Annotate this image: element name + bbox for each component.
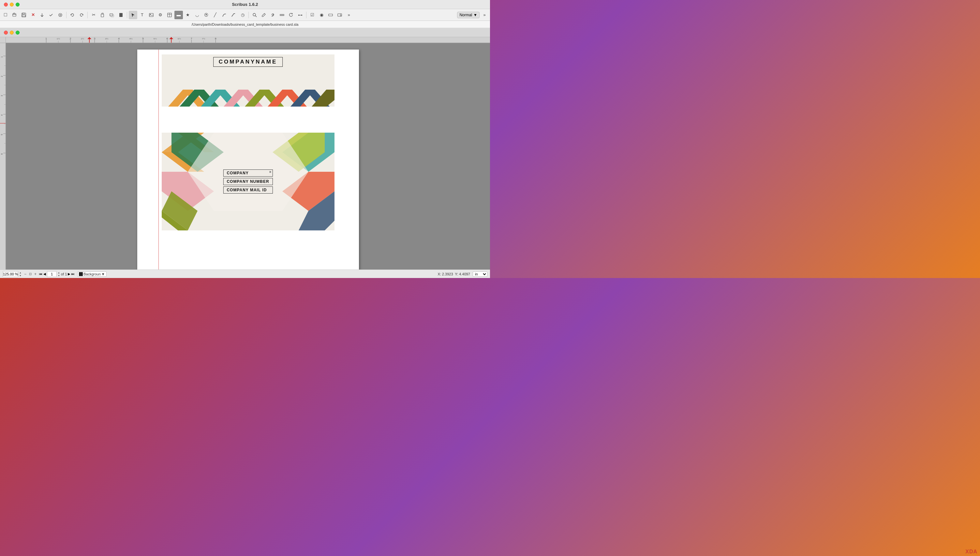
- field-tool-button[interactable]: [326, 11, 335, 19]
- page-up-arrow[interactable]: ▲: [58, 271, 60, 274]
- rect-tool-button[interactable]: ▬: [175, 11, 183, 19]
- combo-tool-button[interactable]: [335, 11, 344, 19]
- svg-rect-0: [13, 14, 16, 16]
- close-button[interactable]: [4, 3, 8, 6]
- measure-button[interactable]: [278, 11, 286, 19]
- title-bar: Scribus 1.6.2: [0, 0, 490, 9]
- page-last-button[interactable]: ⏭: [71, 272, 74, 276]
- svg-text:5: 5: [1, 134, 3, 135]
- table-tool-button[interactable]: [165, 11, 174, 19]
- minimize-button[interactable]: [10, 3, 14, 6]
- svg-text:4: 4: [118, 37, 120, 40]
- svg-text:8: 8: [215, 37, 217, 40]
- file-path: /Users/parth/Downloads/business_card_tem…: [192, 23, 299, 26]
- eyedropper-button[interactable]: [259, 11, 268, 19]
- zoom-tool-button[interactable]: [251, 11, 259, 19]
- view-mode-label: Normal: [459, 13, 472, 17]
- document-page: COMPANYNAME: [137, 50, 359, 270]
- text-tool-button[interactable]: T: [138, 11, 146, 19]
- layer-selector[interactable]: Backgroun ▼: [77, 272, 106, 277]
- preflight-button[interactable]: [47, 11, 55, 19]
- expand-right-button[interactable]: »: [480, 11, 489, 19]
- svg-rect-23: [298, 15, 299, 16]
- zoom-down-arrow[interactable]: ▼: [19, 274, 21, 277]
- export-button[interactable]: [38, 11, 46, 19]
- window-close-button[interactable]: [4, 31, 8, 34]
- svg-rect-26: [328, 14, 333, 16]
- ruler-corner: [0, 37, 6, 43]
- business-card-front: COMPANYNAME: [162, 55, 335, 107]
- rotate-button[interactable]: [287, 11, 295, 19]
- info-boxes: COMPANY ✕ COMPANY NUMBER COMPANY MAIL ID: [223, 170, 273, 194]
- freehand-tool-button[interactable]: [229, 11, 238, 19]
- maximize-button[interactable]: [16, 3, 19, 6]
- path-bar: /Users/parth/Downloads/business_card_tem…: [0, 21, 490, 28]
- page-down-arrow[interactable]: ▼: [58, 274, 60, 277]
- arc-tool-button[interactable]: ◡: [192, 11, 201, 19]
- line-tool-button[interactable]: ╱: [211, 11, 219, 19]
- page-next-button[interactable]: ▶: [68, 272, 70, 276]
- image-tool-button[interactable]: [147, 11, 155, 19]
- x-coord: X: 2.3923: [438, 272, 453, 276]
- radio-tool-button[interactable]: ◉: [317, 11, 326, 19]
- window-minimize-button[interactable]: [10, 31, 14, 34]
- zoom-in-button[interactable]: +: [34, 272, 37, 276]
- layer-color-swatch: [79, 272, 83, 276]
- zoom-control: ▲ ▼: [3, 271, 21, 277]
- checkbox-tool-button[interactable]: ☑: [308, 11, 317, 19]
- cut-button[interactable]: ✂: [89, 11, 98, 19]
- frame-button[interactable]: [108, 11, 116, 19]
- company-number-box[interactable]: COMPANY NUMBER: [223, 178, 273, 185]
- sep2: [87, 12, 88, 18]
- canvas[interactable]: COMPANYNAME: [6, 43, 490, 270]
- layer-arrow-icon: ▼: [101, 272, 105, 276]
- window-maximize-button[interactable]: [16, 31, 19, 34]
- page-prev-button[interactable]: ◀: [44, 272, 46, 276]
- svg-line-18: [255, 16, 257, 17]
- svg-text:4½: 4½: [129, 38, 133, 40]
- open-doc-button[interactable]: [10, 11, 19, 19]
- zoom-out-button[interactable]: −: [24, 272, 26, 276]
- polygon-tool-button[interactable]: ★: [184, 11, 192, 19]
- arrow-tool-button[interactable]: [129, 11, 137, 19]
- svg-point-17: [253, 13, 256, 16]
- zoom-up-arrow[interactable]: ▲: [19, 271, 21, 274]
- company-mail-box[interactable]: COMPANY MAIL ID: [223, 186, 273, 194]
- svg-text:2: 2: [70, 37, 71, 40]
- sep1: [66, 12, 66, 18]
- view-mode-select[interactable]: Normal ▼: [457, 12, 480, 18]
- expand-button[interactable]: »: [344, 11, 353, 19]
- bezier-tool-button[interactable]: [220, 11, 228, 19]
- page-first-button[interactable]: ⏮: [39, 272, 42, 276]
- spiral-tool-button[interactable]: ⦿: [202, 11, 210, 19]
- save-doc-button[interactable]: [19, 11, 28, 19]
- delete-button[interactable]: [117, 11, 125, 19]
- svg-text:3½: 3½: [105, 38, 108, 40]
- new-doc-button[interactable]: ☐: [1, 11, 10, 19]
- page-number-input[interactable]: [47, 271, 57, 277]
- unit-selector[interactable]: in mm cm pt px: [473, 272, 487, 277]
- company-name-text[interactable]: COMPANYNAME: [213, 57, 283, 67]
- sep4: [248, 12, 249, 18]
- svg-rect-12: [149, 13, 153, 17]
- chevron-pattern: [162, 80, 335, 107]
- svg-text:7: 7: [191, 37, 192, 40]
- svg-text:4: 4: [1, 115, 3, 116]
- link-button[interactable]: [268, 11, 277, 19]
- close-doc-button[interactable]: ✕: [29, 11, 37, 19]
- company-box[interactable]: COMPANY ✕: [223, 170, 273, 177]
- svg-rect-8: [102, 13, 103, 14]
- redo-button[interactable]: [77, 11, 86, 19]
- undo-button[interactable]: [68, 11, 77, 19]
- calligraph-tool-button[interactable]: ◷: [238, 11, 247, 19]
- horizontal-ruler: 1 1½ 2 2½ 3 3½ 4 4½ 5 5½ 6: [6, 37, 490, 43]
- page-spinner: ▲ ▼: [58, 271, 60, 277]
- zoom-input[interactable]: [3, 271, 18, 277]
- cms-button[interactable]: [56, 11, 65, 19]
- svg-text:5: 5: [142, 37, 144, 40]
- zoom-fit-button[interactable]: ⊡: [29, 272, 32, 276]
- shape-tool-button[interactable]: ⚙: [156, 11, 165, 19]
- paste-button[interactable]: [99, 11, 107, 19]
- node-tool-button[interactable]: [296, 11, 304, 19]
- company-close-icon[interactable]: ✕: [269, 170, 272, 174]
